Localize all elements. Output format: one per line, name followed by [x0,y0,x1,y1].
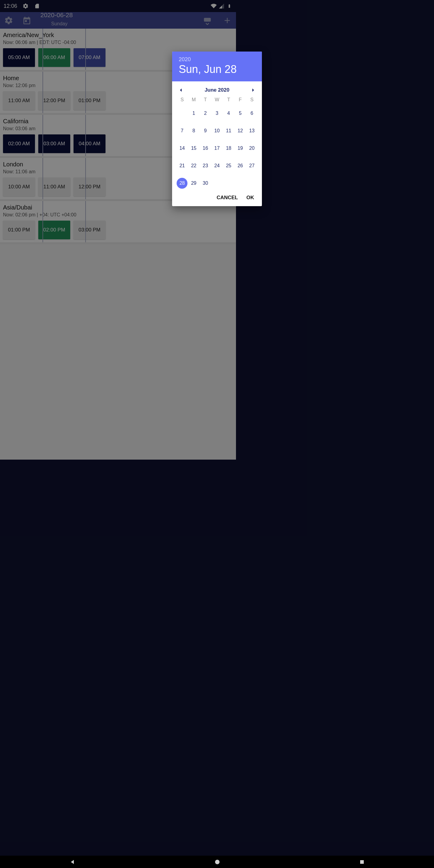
day-cell[interactable]: 12 [235,125,236,136]
calendar-month-label: June 2020 [205,87,229,93]
dow-label: T [223,97,235,102]
calendar: June 2020 SMTWTFS 1234567891011121314151… [172,82,236,190]
cancel-button[interactable]: CANCEL [217,195,236,201]
day-cell[interactable]: 7 [177,125,187,136]
day-cell[interactable]: 26 [235,160,236,171]
day-cell[interactable]: 9 [200,125,211,136]
dow-label: F [235,97,236,102]
day-cell[interactable]: 3 [212,108,222,119]
day-cell[interactable]: 18 [223,143,234,154]
day-cell[interactable]: 8 [188,125,199,136]
day-cell[interactable]: 4 [223,108,234,119]
day-cell[interactable]: 16 [200,143,211,154]
day-cell[interactable]: 29 [188,178,199,189]
day-cell[interactable]: 25 [223,160,234,171]
day-cell[interactable]: 1 [188,108,199,119]
day-cell[interactable]: 11 [223,125,234,136]
day-cell[interactable]: 5 [235,108,236,119]
day-cell[interactable]: 2 [200,108,211,119]
day-cell[interactable]: 19 [235,143,236,154]
dow-label: M [188,97,200,102]
dialog-year[interactable]: 2020 [179,56,236,63]
day-cell[interactable]: 28 [177,178,187,189]
day-cell[interactable]: 30 [200,178,211,189]
prev-month-button[interactable] [178,87,184,93]
dow-row: SMTWTFS [176,97,236,102]
dow-label: S [176,97,188,102]
days-grid: 1234567891011121314151617181920212223242… [176,108,236,189]
day-cell[interactable]: 24 [212,160,222,171]
day-cell[interactable]: 15 [188,143,199,154]
day-cell[interactable]: 10 [212,125,222,136]
day-cell[interactable]: 21 [177,160,187,171]
day-cell[interactable]: 22 [188,160,199,171]
date-picker-dialog: 2020 Sun, Jun 28 June 2020 SMTWTFS 12345… [172,52,236,206]
day-cell[interactable]: 23 [200,160,211,171]
day-cell[interactable]: 17 [212,143,222,154]
dialog-header: 2020 Sun, Jun 28 [172,52,236,82]
dow-label: T [199,97,211,102]
day-empty [176,108,188,119]
dow-label: W [211,97,223,102]
day-cell[interactable]: 14 [177,143,187,154]
dialog-actions: CANCEL OK [172,190,236,206]
dialog-date[interactable]: Sun, Jun 28 [179,63,236,75]
calendar-nav: June 2020 [176,84,236,97]
